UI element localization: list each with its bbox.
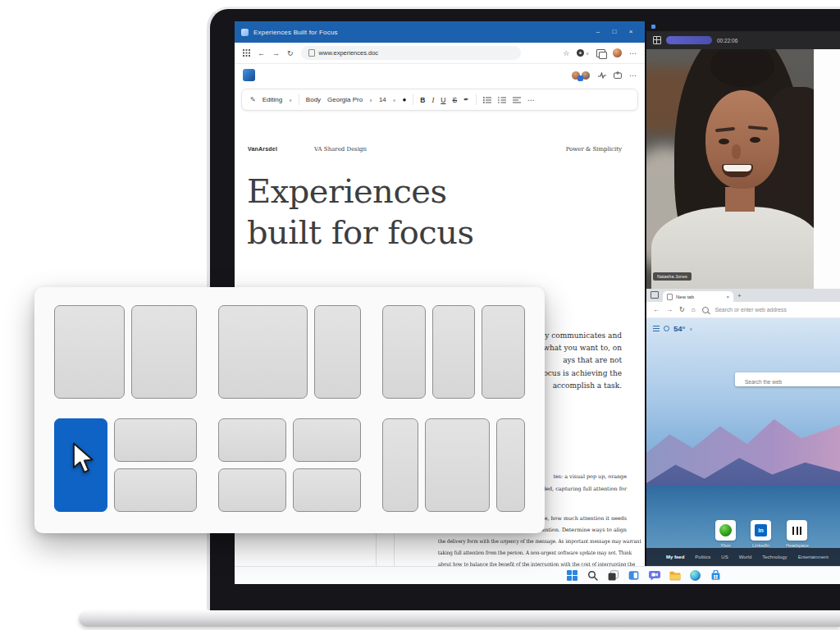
strikethrough-button[interactable]: S: [452, 96, 457, 104]
web-search-input[interactable]: [735, 375, 840, 389]
person-eye: [750, 137, 760, 143]
profile-avatar[interactable]: [613, 48, 622, 57]
store-button[interactable]: [710, 569, 722, 582]
news-tab-world[interactable]: World: [739, 555, 752, 559]
news-category-bar: My feed Politics US World Technology Ent…: [646, 548, 840, 566]
quick-link-linkedin[interactable]: in LinkedIn: [751, 520, 771, 548]
news-tab-us[interactable]: US: [721, 555, 728, 559]
snap-cell[interactable]: [482, 305, 525, 399]
chevron-down-icon[interactable]: ∨: [393, 98, 396, 103]
widgets-button[interactable]: [628, 569, 640, 582]
news-tab-technology[interactable]: Technology: [762, 555, 787, 559]
italic-button[interactable]: I: [431, 96, 434, 104]
snap-layout-side-main-side[interactable]: [382, 418, 525, 512]
snap-cell[interactable]: [218, 468, 286, 512]
style-select[interactable]: Body: [306, 96, 321, 103]
collab-more-icon[interactable]: ⋯: [629, 71, 637, 80]
file-explorer-button[interactable]: [669, 569, 681, 582]
snap-cell[interactable]: [382, 418, 418, 512]
chevron-down-icon[interactable]: ∨: [586, 51, 589, 56]
snap-layout-three-columns[interactable]: [382, 305, 525, 399]
tab-new-tab[interactable]: New tab ×: [663, 291, 733, 302]
tab-close-icon[interactable]: ×: [726, 294, 729, 299]
close-button[interactable]: ×: [623, 21, 638, 43]
address-placeholder[interactable]: Search or enter web address: [715, 307, 787, 313]
snap-cell[interactable]: [293, 418, 361, 462]
snap-cell[interactable]: [382, 305, 426, 399]
snap-cell[interactable]: [432, 305, 476, 399]
gallery-view-icon[interactable]: [653, 36, 661, 44]
menu-icon[interactable]: [653, 326, 660, 331]
back-button[interactable]: ←: [653, 306, 660, 313]
tab-bar: New tab × +: [646, 289, 840, 302]
bullet-list-icon[interactable]: [483, 97, 491, 103]
person-smile: [724, 165, 751, 171]
font-size-select[interactable]: 14: [379, 96, 386, 103]
apps-grid-icon[interactable]: [243, 49, 250, 57]
meeting-stage: Natasha Jones: [646, 49, 840, 289]
highlighter-icon[interactable]: ✒: [463, 96, 469, 103]
forward-button[interactable]: →: [272, 49, 280, 57]
chevron-down-icon[interactable]: ∨: [289, 98, 292, 103]
pencil-icon: ✎: [250, 96, 256, 103]
bold-button[interactable]: B: [420, 96, 425, 104]
title-bar[interactable]: Experiences Built for Focus – □ ×: [235, 21, 645, 43]
snap-layout-wide-left[interactable]: [218, 305, 361, 399]
tab-overview-icon[interactable]: [651, 291, 659, 299]
underline-button[interactable]: U: [441, 96, 445, 104]
snap-cell[interactable]: [293, 468, 361, 512]
minimize-button[interactable]: –: [591, 21, 605, 43]
toolbar-more-icon[interactable]: ⋯: [527, 96, 535, 104]
refresh-button[interactable]: ↻: [287, 49, 294, 57]
collections-icon[interactable]: [596, 49, 605, 57]
window-title: Experiences Built for Focus: [253, 29, 338, 36]
task-view-button[interactable]: [607, 569, 619, 582]
meeting-status-badge: [666, 36, 712, 44]
quick-link-xbox[interactable]: Xbox: [715, 520, 736, 548]
font-select[interactable]: Georgia Pro: [327, 96, 363, 103]
snap-layout-quad[interactable]: [218, 418, 361, 512]
browser-more-icon[interactable]: ⋯: [629, 49, 637, 57]
font-color-button[interactable]: ●: [402, 96, 406, 103]
snap-cell[interactable]: [425, 418, 490, 512]
chat-button[interactable]: [648, 569, 660, 582]
weather-widget[interactable]: 54° ∨: [653, 324, 692, 333]
news-tab-my-feed[interactable]: My feed: [666, 555, 684, 559]
refresh-button[interactable]: ↻: [679, 306, 685, 313]
call-window-titlebar[interactable]: [646, 21, 840, 31]
forward-button[interactable]: →: [666, 306, 673, 313]
editing-mode-button[interactable]: Editing: [262, 96, 282, 103]
numbered-list-icon[interactable]: [498, 97, 506, 103]
news-tab-entertainment[interactable]: Entertainment: [798, 555, 829, 559]
extensions-icon[interactable]: [577, 49, 584, 57]
back-button[interactable]: ←: [258, 49, 265, 57]
snap-cell[interactable]: [218, 305, 308, 399]
snap-layout-two-columns[interactable]: [54, 305, 197, 399]
snap-cell[interactable]: [114, 418, 197, 462]
snap-cell[interactable]: [131, 305, 197, 399]
start-button[interactable]: [566, 569, 578, 582]
edge-button[interactable]: [689, 569, 701, 582]
collaborator-avatars[interactable]: [571, 70, 591, 81]
web-search-box[interactable]: [735, 372, 840, 386]
snap-cell[interactable]: [218, 418, 286, 462]
snap-cell[interactable]: [114, 468, 197, 512]
address-bar[interactable]: www.experiences.doc: [301, 46, 521, 60]
activity-icon[interactable]: [598, 72, 606, 79]
snap-cell[interactable]: [54, 305, 125, 399]
home-button[interactable]: ⌂: [692, 306, 696, 313]
quick-link-headspace[interactable]: Headspace: [786, 520, 809, 548]
chevron-down-icon[interactable]: ∨: [369, 98, 372, 103]
search-button[interactable]: [587, 569, 599, 582]
snap-cell[interactable]: [496, 418, 525, 512]
align-icon[interactable]: [513, 97, 521, 103]
snap-cell[interactable]: [314, 305, 361, 399]
new-tab-button[interactable]: +: [737, 292, 742, 299]
divider: [413, 94, 413, 105]
news-tab-politics[interactable]: Politics: [695, 555, 710, 559]
share-icon[interactable]: [614, 71, 622, 79]
maximize-button[interactable]: □: [607, 21, 622, 43]
doc-subtitle: VA Shared Design: [314, 146, 367, 153]
word-app-icon[interactable]: [243, 69, 255, 81]
favorites-icon[interactable]: ☆: [563, 49, 569, 57]
